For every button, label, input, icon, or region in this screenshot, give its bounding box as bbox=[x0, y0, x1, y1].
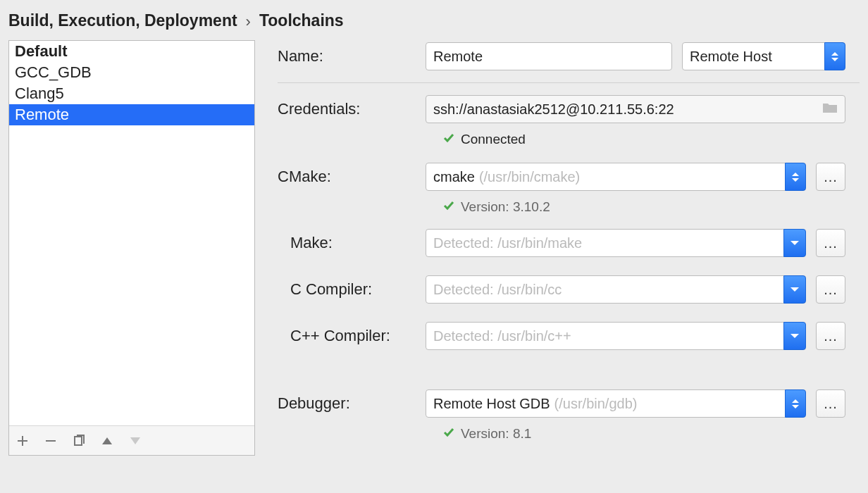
stepper-icon bbox=[824, 42, 845, 70]
make-select[interactable]: Detected: /usr/bin/make bbox=[426, 229, 806, 257]
cmake-value: cmake bbox=[433, 169, 475, 185]
list-item[interactable]: Remote bbox=[9, 104, 254, 125]
list-item[interactable]: GCC_GDB bbox=[9, 62, 254, 83]
stepper-icon bbox=[785, 389, 806, 418]
toolchains-list[interactable]: Default GCC_GDB Clang5 Remote bbox=[9, 41, 254, 425]
name-value: Remote bbox=[433, 49, 483, 65]
make-placeholder: Detected: /usr/bin/make bbox=[433, 235, 582, 251]
credentials-field[interactable]: ssh://anastasiak2512@10.211.55.6:22 bbox=[426, 95, 845, 123]
remove-button[interactable] bbox=[42, 432, 60, 450]
credentials-status: Connected bbox=[461, 132, 526, 147]
name-input[interactable]: Remote bbox=[426, 42, 672, 70]
cpp-compiler-placeholder: Detected: /usr/bin/c++ bbox=[433, 328, 571, 344]
cmake-browse-button[interactable]: ... bbox=[816, 163, 845, 191]
check-icon bbox=[442, 426, 455, 442]
cmake-status: Version: 3.10.2 bbox=[461, 199, 550, 215]
check-icon bbox=[442, 199, 455, 216]
breadcrumb: Build, Execution, Deployment › Toolchain… bbox=[0, 0, 868, 40]
breadcrumb-parent[interactable]: Build, Execution, Deployment bbox=[8, 11, 237, 30]
toolchains-panel: Default GCC_GDB Clang5 Remote bbox=[8, 40, 255, 456]
move-down-button[interactable] bbox=[126, 432, 144, 450]
check-icon bbox=[442, 132, 455, 148]
cpp-compiler-browse-button[interactable]: ... bbox=[816, 322, 845, 350]
chevron-down-icon bbox=[783, 275, 806, 304]
folder-icon[interactable] bbox=[822, 101, 838, 118]
credentials-value: ssh://anastasiak2512@10.211.55.6:22 bbox=[433, 101, 674, 118]
copy-button[interactable] bbox=[70, 432, 88, 450]
cpp-compiler-select[interactable]: Detected: /usr/bin/c++ bbox=[426, 322, 806, 350]
c-compiler-placeholder: Detected: /usr/bin/cc bbox=[433, 282, 562, 298]
add-button[interactable] bbox=[13, 432, 32, 450]
debugger-label: Debugger: bbox=[278, 394, 426, 413]
toolchains-toolbar bbox=[9, 425, 254, 455]
chevron-right-icon: › bbox=[246, 13, 251, 31]
list-item[interactable]: Default bbox=[9, 41, 254, 62]
cpp-compiler-label: C++ Compiler: bbox=[278, 327, 426, 345]
name-label: Name: bbox=[278, 47, 426, 65]
c-compiler-select[interactable]: Detected: /usr/bin/cc bbox=[426, 275, 806, 304]
make-label: Make: bbox=[278, 234, 426, 252]
cmake-select[interactable]: cmake (/usr/bin/cmake) bbox=[426, 163, 806, 191]
debugger-status: Version: 8.1 bbox=[461, 426, 531, 442]
credentials-label: Credentials: bbox=[278, 100, 426, 118]
debugger-value: Remote Host GDB bbox=[433, 396, 550, 412]
chevron-down-icon bbox=[783, 322, 806, 350]
divider bbox=[278, 82, 860, 83]
svg-rect-0 bbox=[46, 440, 56, 442]
cmake-hint: (/usr/bin/cmake) bbox=[479, 169, 580, 185]
cmake-label: CMake: bbox=[278, 168, 426, 186]
list-item[interactable]: Clang5 bbox=[9, 83, 254, 104]
debugger-browse-button[interactable]: ... bbox=[816, 389, 845, 418]
toolchain-type-select[interactable]: Remote Host bbox=[682, 42, 845, 70]
stepper-icon bbox=[785, 163, 806, 191]
c-compiler-browse-button[interactable]: ... bbox=[816, 275, 845, 304]
breadcrumb-current: Toolchains bbox=[259, 11, 344, 30]
svg-rect-1 bbox=[75, 437, 82, 445]
chevron-down-icon bbox=[783, 229, 806, 257]
debugger-hint: (/usr/bin/gdb) bbox=[554, 396, 638, 412]
c-compiler-label: C Compiler: bbox=[278, 280, 426, 299]
move-up-button[interactable] bbox=[98, 432, 116, 450]
make-browse-button[interactable]: ... bbox=[816, 229, 845, 257]
debugger-select[interactable]: Remote Host GDB (/usr/bin/gdb) bbox=[426, 389, 806, 418]
toolchain-type-value: Remote Host bbox=[690, 49, 772, 65]
